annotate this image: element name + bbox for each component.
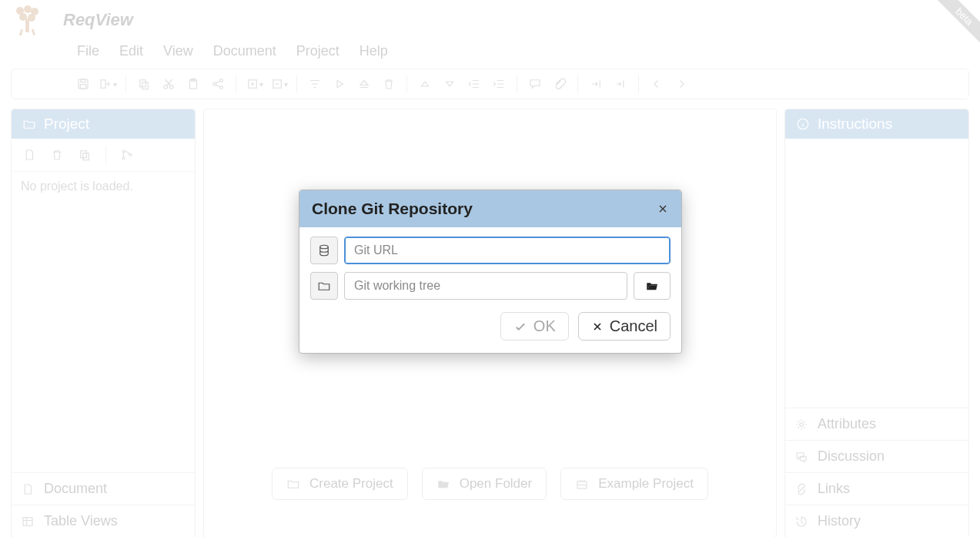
- database-icon: [310, 237, 338, 264]
- folder-icon: [310, 272, 338, 300]
- close-icon[interactable]: [657, 203, 669, 215]
- git-url-input[interactable]: [344, 237, 671, 264]
- browse-folder-button[interactable]: [634, 272, 671, 300]
- clone-git-dialog: Clone Git Repository OK: [299, 190, 682, 354]
- dialog-title: Clone Git Repository: [312, 200, 473, 218]
- cancel-button[interactable]: Cancel: [578, 312, 671, 341]
- svg-point-32: [320, 245, 329, 249]
- ok-button[interactable]: OK: [500, 312, 569, 341]
- git-tree-input[interactable]: [344, 272, 627, 300]
